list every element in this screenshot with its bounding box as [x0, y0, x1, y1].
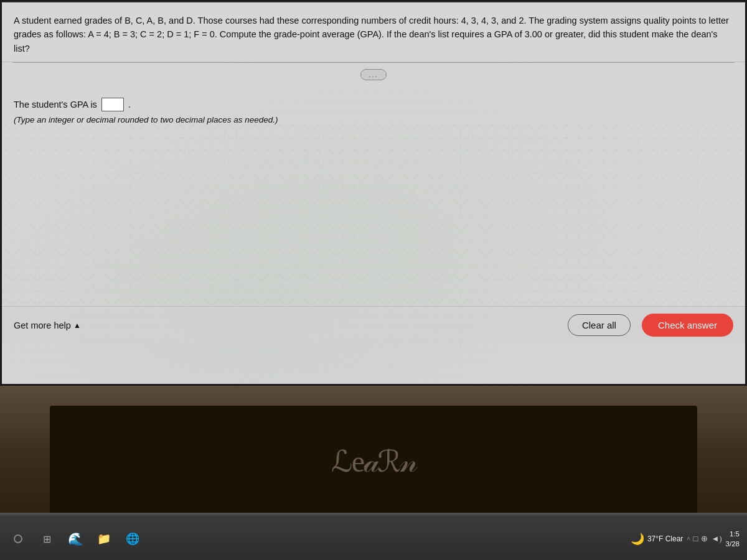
action-bar: Get more help ▲ Clear all Check answer — [0, 306, 747, 343]
expand-button[interactable]: ... — [360, 69, 386, 80]
tray-notification-icon[interactable]: □ — [693, 534, 698, 544]
help-arrow-icon: ▲ — [73, 321, 81, 330]
start-circle-icon — [14, 534, 22, 543]
gpa-label-after: . — [128, 100, 131, 110]
app-icon: 🌐 — [126, 532, 139, 546]
taskbar-left: ⊞ 🌊 📁 🌐 — [5, 526, 631, 552]
laptop-logo: ℒe𝒶ℛ𝓃 — [331, 444, 416, 480]
app-button[interactable]: 🌐 — [120, 526, 146, 552]
action-buttons: Clear all Check answer — [568, 314, 733, 337]
system-tray: ^ □ ⊕ ◄) — [687, 534, 721, 544]
taskbar: ⊞ 🌊 📁 🌐 🌙 37°F Clear ^ □ ⊕ ◄) 1:5 — [0, 518, 747, 560]
tray-volume-icon[interactable]: ◄) — [711, 534, 721, 544]
tray-network-icon[interactable]: ⊕ — [701, 534, 708, 544]
get-more-help-button[interactable]: Get more help ▲ — [14, 320, 81, 330]
hinge-bar — [0, 513, 747, 518]
instruction-text: (Type an integer or decimal rounded to t… — [14, 115, 733, 124]
expand-area: ... — [0, 63, 747, 85]
task-view-button[interactable]: ⊞ — [34, 526, 60, 552]
gpa-input[interactable] — [101, 98, 124, 111]
get-more-help-label: Get more help — [14, 320, 71, 330]
check-answer-button[interactable]: Check answer — [642, 314, 733, 337]
file-explorer-icon: 📁 — [97, 532, 111, 546]
taskbar-right: 🌙 37°F Clear ^ □ ⊕ ◄) 1:5 3/28 — [631, 529, 740, 549]
clear-all-button[interactable]: Clear all — [568, 314, 631, 336]
edge-icon: 🌊 — [68, 531, 83, 546]
gpa-line: The student's GPA is . — [14, 98, 733, 111]
clock-display: 1:5 3/28 — [726, 529, 740, 549]
start-button[interactable] — [5, 526, 31, 552]
task-view-icon: ⊞ — [43, 533, 51, 545]
tray-chevron-icon[interactable]: ^ — [687, 535, 690, 543]
clock-date: 3/28 — [726, 539, 740, 549]
edge-browser-button[interactable]: 🌊 — [62, 526, 88, 552]
question-area: A student earned grades of B, C, A, B, a… — [0, 2, 747, 62]
laptop-keyboard-area: ℒe𝒶ℛ𝓃 — [50, 406, 697, 518]
clock-time: 1:5 — [726, 529, 740, 539]
weather-info: 🌙 37°F Clear — [631, 532, 684, 546]
gpa-label-before: The student's GPA is — [14, 100, 97, 110]
answer-area: The student's GPA is . (Type an integer … — [0, 85, 747, 134]
weather-icon: 🌙 — [631, 532, 644, 546]
weather-text: 37°F Clear — [647, 534, 684, 543]
question-text: A student earned grades of B, C, A, B, a… — [14, 14, 733, 55]
file-explorer-button[interactable]: 📁 — [91, 526, 117, 552]
main-window: A student earned grades of B, C, A, B, a… — [0, 0, 747, 386]
